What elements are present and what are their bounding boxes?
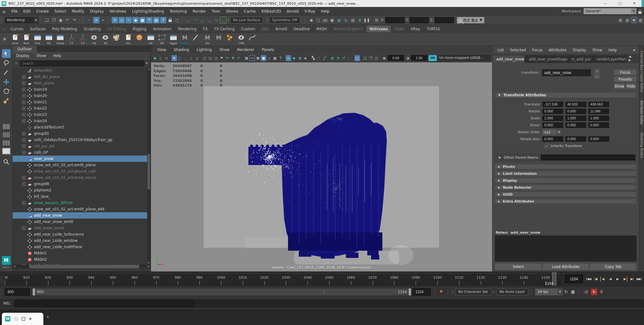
toolbar-grip[interactable] — [82, 17, 85, 23]
outliner-item-psphere2[interactable]: pSphere2 — [13, 187, 147, 193]
shelf-item-de[interactable]: DE — [157, 33, 168, 45]
presets-button[interactable]: Presets — [614, 76, 636, 82]
contrast-icon[interactable]: ◑ — [405, 55, 410, 61]
outliner-item-colli-odakyutrain-250319-odakyutrain-gp[interactable]: +colli_:OdakyuTrain_250319:OdakyuTrain_g… — [13, 137, 147, 143]
textured-icon[interactable]: ◑ — [297, 55, 303, 61]
swap-input-icon[interactable]: ⇄ — [594, 69, 600, 73]
render-settings-icon[interactable]: ◍ — [336, 17, 342, 23]
expand-chevron-icon[interactable]: ▾ — [228, 18, 229, 22]
rotate-order-selector[interactable]: xyz — [542, 129, 556, 135]
shadows-icon[interactable]: ▞ — [322, 55, 327, 61]
shelf-item-ft[interactable]: FT — [66, 33, 77, 45]
ssao-icon[interactable]: ◍ — [330, 55, 335, 61]
shading-override-icon[interactable]: ◪ — [194, 55, 200, 61]
shelf-item-und[interactable]: Und — [9, 33, 20, 45]
translate-field[interactable] — [565, 102, 586, 107]
ae-tab-add_near_snow[interactable]: add_near_snow — [492, 55, 525, 63]
toolbar-grip[interactable] — [304, 17, 307, 23]
outliner-item-snow-set-v01-02-act-emitt-plane[interactable]: snow_set_v01_02_act:emitt_plane — [13, 162, 147, 168]
audio-mute-icon[interactable]: ◁) — [583, 289, 588, 294]
outliner-item-train23[interactable]: +train23 — [13, 111, 147, 118]
expand-icon[interactable]: + — [22, 151, 25, 154]
expand-icon[interactable]: + — [22, 88, 25, 91]
range-start-handle[interactable] — [33, 288, 35, 295]
menu-stereo[interactable]: Stereo — [223, 9, 241, 14]
cached-playback-icon[interactable]: ↻ — [591, 289, 597, 295]
hide-button[interactable]: Hide — [625, 83, 636, 89]
shear-field[interactable] — [588, 123, 609, 128]
shelf-tab-fx[interactable]: FX — [200, 26, 211, 32]
ipr-tuning-icon[interactable]: ◎ — [343, 17, 349, 23]
outliner-item-snow-souce1-bifrost[interactable]: +snow_souce1:_Bifrost — [13, 200, 147, 206]
clip-editor-icon[interactable]: ▦ — [571, 289, 575, 294]
save-scene-icon[interactable]: ▣ — [58, 17, 64, 23]
panel-resize-handle[interactable]: ········································… — [13, 269, 150, 271]
play-backwards-button[interactable]: ◀ — [607, 275, 614, 283]
shelf-item-hs[interactable]: HS — [89, 33, 100, 45]
frame-selected-icon[interactable]: ▢ — [177, 55, 183, 61]
ae-menu-focus[interactable]: Focus — [529, 48, 546, 52]
command-language-toggle[interactable]: MEL — [1, 299, 13, 307]
checker-icon[interactable]: ▚ — [310, 55, 316, 61]
shelf-tab-rendering[interactable]: Rendering — [175, 26, 200, 32]
use-all-lights-icon[interactable]: ʘ — [316, 55, 322, 61]
paint-select-tool[interactable] — [2, 68, 11, 77]
expand-icon[interactable]: + — [22, 82, 25, 85]
bookmark-icon[interactable]: ⚑ — [439, 289, 443, 294]
outliner-item-group91[interactable]: +group91 — [13, 130, 147, 137]
rotate-field[interactable] — [588, 109, 609, 114]
layout-four-pane-button[interactable] — [2, 132, 10, 138]
next-view-icon[interactable]: ◲ — [213, 55, 219, 61]
shelf-tab-fx-caching[interactable]: FX Caching — [211, 26, 238, 32]
ae-pin-icon[interactable]: ➤ — [633, 48, 639, 52]
toggle-channel-box-icon[interactable]: ▦ — [631, 17, 637, 23]
toolbar-grip[interactable] — [182, 17, 184, 23]
outliner-menu-show[interactable]: Show — [33, 54, 49, 58]
expand-icon[interactable]: + — [22, 113, 25, 117]
time-slider-grip[interactable] — [1, 276, 3, 282]
toolbar-grip[interactable] — [1, 17, 3, 23]
current-frame-field[interactable] — [565, 275, 583, 283]
lighting-icon[interactable]: ◐ — [158, 55, 164, 61]
mask-surfaces-icon[interactable]: ~ — [125, 17, 132, 23]
rotate-order-dropdown-arrow[interactable]: ▼ — [557, 129, 562, 135]
outliner-item-train22[interactable]: +train22 — [13, 105, 147, 111]
play-forwards-button[interactable]: ▶ — [614, 275, 621, 283]
highlight-selection-icon[interactable]: ▢ — [174, 17, 180, 23]
shelf-tab-custom[interactable]: Custom — [238, 26, 258, 32]
outliner-item-train20[interactable]: +train20 — [13, 93, 147, 99]
outliner-title-tab[interactable]: Outliner — [13, 46, 36, 52]
step-back-key-button[interactable]: |◀ — [592, 275, 599, 283]
shelf-tab-vray[interactable]: VRay — [408, 26, 423, 32]
ae-menu-selected[interactable]: Selected — [507, 48, 529, 52]
shelf-tab-mash[interactable]: MASH — [313, 26, 330, 32]
toggle-tool-settings-icon[interactable]: ▥ — [624, 17, 630, 23]
outliner-item-snow-set-v01-02-act-glound-colli[interactable]: snow_set_v01_02_act:glound_colli — [13, 168, 147, 174]
smooth-shade-icon[interactable]: ◆ — [291, 55, 297, 61]
snap-view-plane-icon[interactable]: ◇ — [213, 17, 219, 23]
show-button[interactable]: Show — [614, 83, 625, 89]
viewport-menu-show[interactable]: Show — [216, 48, 233, 52]
outliner-item-snow-set-v01-02-act-emitt-plane-add[interactable]: snow_set_v01_02_act:emitt_plane_add — [13, 206, 147, 212]
shelf-item-ae[interactable]: AE — [43, 33, 54, 45]
outliner-item-colli-gp[interactable]: +colli_GP — [13, 149, 147, 156]
shelf-item-ss[interactable]: SS — [100, 33, 111, 45]
mask-handles-icon[interactable]: + — [112, 17, 118, 23]
viewport-menu-renderer[interactable]: Renderer — [233, 48, 258, 52]
range-slider-track[interactable]: 900 1154 — [32, 288, 411, 296]
shelf-menu-icon[interactable] — [0, 28, 8, 32]
expand-icon[interactable]: + — [22, 75, 25, 79]
xray-icon[interactable]: ❏ — [362, 55, 368, 61]
expand-icon[interactable]: + — [22, 94, 25, 98]
shelf-item-hshd[interactable]: Hshd — [55, 33, 66, 45]
animation-start-field[interactable] — [5, 288, 30, 296]
layout-single-pane-button[interactable] — [2, 148, 10, 154]
mask-misc-icon[interactable]: ▤ — [153, 17, 159, 23]
menu-v-ray[interactable]: V-Ray — [302, 9, 318, 14]
shelf-item-out[interactable]: Out — [32, 33, 43, 45]
offset-parent-matrix-field[interactable] — [541, 155, 635, 160]
rotate-field[interactable] — [565, 109, 586, 114]
lock-selection-icon[interactable] — [167, 17, 173, 23]
workspace-dropdown-arrow[interactable]: ▼ — [631, 8, 636, 14]
command-input-field[interactable] — [14, 299, 196, 307]
